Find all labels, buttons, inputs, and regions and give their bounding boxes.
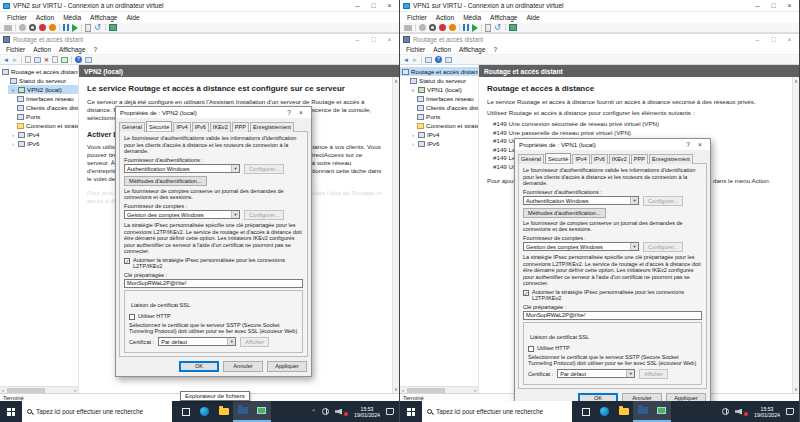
psk-input[interactable]: MonSupRWaL2P@t!tte! (124, 279, 303, 288)
tree-item-ipv6[interactable]: › IPv6 (8, 139, 78, 148)
pause-icon[interactable] (463, 24, 469, 31)
file-explorer-button[interactable] (614, 401, 633, 422)
ctrl-alt-del-icon[interactable] (404, 25, 412, 31)
turn-off-icon[interactable] (29, 24, 36, 31)
psk-input[interactable]: MonSupRWaL2P@t!tte! (523, 311, 702, 320)
dialog-help-icon[interactable]: ? (283, 109, 295, 116)
delete-icon[interactable]: ✕ (44, 56, 49, 64)
tab-general[interactable]: Général (119, 122, 145, 132)
scroll-down-icon[interactable]: ∨ (794, 386, 798, 392)
save-state-icon[interactable] (449, 24, 456, 31)
expand-arrow-icon[interactable]: › (10, 141, 16, 147)
ok-button[interactable]: OK (179, 361, 219, 372)
chevron-down-icon[interactable]: ▼ (231, 165, 239, 172)
properties-icon[interactable] (52, 56, 58, 63)
refresh-icon[interactable] (61, 57, 68, 63)
help-icon[interactable]: ? (75, 56, 82, 63)
tab-ipv4[interactable]: IPv4 (572, 154, 589, 164)
chevron-down-icon[interactable]: ▼ (630, 243, 638, 250)
dialog-close-icon[interactable]: × (694, 141, 706, 148)
settings-icon[interactable] (419, 24, 426, 31)
tab-securite[interactable]: Sécurité (545, 153, 572, 163)
tab-enregistrement[interactable]: Enregistrement (649, 154, 693, 164)
tree-item-ipv6[interactable]: › IPv6 (408, 139, 478, 148)
shut-down-icon[interactable] (439, 24, 446, 31)
tree-item-interfaces[interactable]: Interfaces réseau (415, 94, 478, 103)
taskbar-search[interactable]: Tapez ici pour effectuer une recherche (422, 401, 572, 422)
window-icon[interactable] (34, 57, 41, 63)
scroll-up-icon[interactable]: ∧ (794, 78, 798, 84)
checkbox-unchecked-icon[interactable] (129, 314, 135, 320)
tree-item-server-status[interactable]: Statut du serveur (8, 76, 78, 85)
forward-icon[interactable]: ► (12, 56, 18, 64)
tab-ppp[interactable]: PPP (631, 154, 648, 164)
scroll-left-icon[interactable]: ‹ (400, 387, 406, 393)
back-icon[interactable]: ◄ (3, 56, 9, 64)
taskbar-clock[interactable]: 15:53 19/01/2024 (754, 406, 780, 418)
console-restore-button[interactable]: □ (367, 35, 380, 45)
forward-icon[interactable]: ► (412, 56, 418, 64)
edge-button[interactable] (195, 401, 214, 422)
console-minimize-button[interactable]: – (351, 35, 364, 45)
dialog-help-icon[interactable]: ? (682, 141, 694, 148)
start-button[interactable] (400, 401, 422, 422)
expand-arrow-icon[interactable]: › (10, 132, 16, 138)
chevron-down-icon[interactable]: ▼ (630, 197, 638, 204)
action-center-icon[interactable] (786, 408, 794, 415)
dialog-titlebar[interactable]: Propriétés de : VPN1 (local) ? × (515, 139, 710, 150)
console-titlebar[interactable]: Routage et accès distant – □ × (0, 34, 399, 45)
chevron-down-icon[interactable]: ▼ (231, 211, 239, 218)
menu-aide[interactable]: Aide (526, 14, 539, 21)
tree-item-root[interactable]: Routage et accès distant (400, 67, 478, 76)
scroll-right-icon[interactable]: › (472, 387, 478, 393)
tree-item-ports[interactable]: Ports (15, 112, 78, 121)
tree-item-ipv4[interactable]: › IPv4 (408, 130, 478, 139)
console-menu-fichier[interactable]: Fichier (6, 46, 25, 53)
tree-item-ipv4[interactable]: › IPv4 (8, 130, 78, 139)
checkpoint-icon[interactable] (85, 24, 91, 32)
menu-action[interactable]: Action (36, 14, 54, 21)
tree-item-clients[interactable]: Clients d'accès distant (0) (415, 103, 478, 112)
taskbar-clock[interactable]: 15:53 19/01/2024 (354, 406, 380, 418)
vertical-scrollbar[interactable]: ∧ ∨ (792, 77, 799, 393)
checkbox-checked-icon[interactable]: ✓ (523, 290, 529, 296)
close-button[interactable]: × (783, 1, 796, 11)
certificate-combobox[interactable]: Par défaut ▼ (158, 337, 236, 346)
tab-ipv6[interactable]: IPv6 (591, 154, 608, 164)
menu-action[interactable]: Action (436, 14, 454, 21)
menu-fichier[interactable]: Fichier (407, 14, 427, 21)
menu-affichage[interactable]: Affichage (90, 14, 117, 21)
volume-icon[interactable] (335, 409, 342, 415)
tree-item-ports[interactable]: Ports (415, 112, 478, 121)
tree-horizontal-scrollbar[interactable]: ‹ › (400, 386, 478, 393)
tree-item-clients[interactable]: Clients d'accès distant (0) (15, 103, 78, 112)
collapse-arrow-icon[interactable]: v (410, 87, 416, 93)
edge-button[interactable] (595, 401, 614, 422)
tree-item-server[interactable]: v VPN1 (local) (408, 85, 478, 94)
ipsec-policy-checkbox-row[interactable]: ✓ Autoriser la stratégie IPsec personnal… (523, 289, 702, 302)
vm-titlebar[interactable]: VPN1 sur VIRTU - Connexion à un ordinate… (400, 0, 799, 12)
close-button[interactable]: × (383, 1, 396, 11)
expand-arrow-icon[interactable]: › (410, 141, 416, 147)
volume-icon[interactable] (735, 409, 742, 415)
revert-icon[interactable]: ↺ (494, 24, 502, 31)
task-view-button[interactable] (176, 401, 195, 422)
console-close-button[interactable]: × (783, 35, 796, 45)
show-console-tree-icon[interactable] (85, 57, 92, 63)
auth-methods-button[interactable]: Méthodes d'authentification... (124, 176, 207, 186)
tree-item-server[interactable]: v VPN2 (local) (8, 85, 78, 94)
accounting-combobox[interactable]: Gestion des comptes Windows ▼ (523, 242, 639, 251)
apply-button[interactable]: Appliquer (267, 361, 307, 372)
enhanced-session-icon[interactable] (509, 24, 517, 31)
scroll-down-icon[interactable]: ∨ (394, 386, 398, 392)
vertical-scrollbar[interactable]: ∧ ∨ (392, 77, 399, 393)
tab-ikev2[interactable]: IKEv2 (609, 154, 630, 164)
tab-securite[interactable]: Sécurité (146, 121, 173, 131)
revert-icon[interactable]: ↺ (94, 24, 102, 31)
console-menu-affichage[interactable]: Affichage (459, 46, 486, 53)
tab-ppp[interactable]: PPP (232, 122, 249, 132)
back-icon[interactable]: ◄ (403, 56, 409, 64)
console-menu-fichier[interactable]: Fichier (406, 46, 425, 53)
dialog-titlebar[interactable]: Propriétés de : VPN2 (local) ? × (116, 107, 311, 118)
tab-ipv4[interactable]: IPv4 (173, 122, 190, 132)
